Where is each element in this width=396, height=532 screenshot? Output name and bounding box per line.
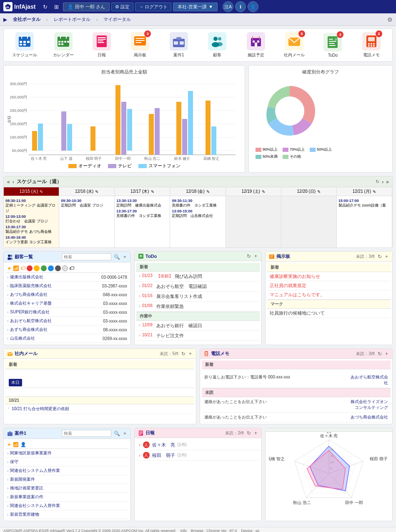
cases-filter-wifi[interactable]: 📶 (13, 442, 19, 447)
icon-case[interactable]: 案件1 (162, 32, 195, 58)
list-item[interactable]: 正社員の就業規定 (267, 281, 391, 290)
schedule-event: 13:30-17:30製品紹介デモ あづち商会株 (5, 225, 57, 234)
mail-refresh-btn[interactable]: ↻ (180, 351, 186, 357)
list-item[interactable]: ›臨床医薬販売株式会社03-2987-xxxx (5, 282, 129, 290)
settings-btn[interactable]: ⚙ 設定 (111, 3, 133, 11)
filter-green[interactable] (41, 265, 47, 271)
icon-mail[interactable]: 5 社内メール (278, 32, 311, 58)
list-item[interactable]: ›保守 (5, 458, 129, 466)
filter-yellow[interactable] (34, 265, 40, 271)
schedule-prev-btn[interactable]: ‹ (13, 179, 14, 185)
list-item[interactable]: ›新規事業提案の件 (5, 493, 129, 502)
edit-icon-6[interactable]: ✎ (373, 189, 376, 194)
nav-my-portal[interactable]: マイポータル (99, 15, 135, 24)
list-item[interactable]: ›あずち商会株式会社08-xxxx-xxxx (5, 325, 129, 334)
list-item[interactable]: ›あおぞら航空株式会社03-xxxx-xxxx (5, 317, 129, 325)
list-item[interactable]: ›あづち商会株式会社048-xxx-xxxx (5, 290, 129, 299)
list-item[interactable]: ›01/22あおぞら航空 電話確認 (136, 282, 260, 292)
customer-search-input[interactable] (62, 253, 111, 260)
btn-a[interactable]: 注A (223, 1, 233, 12)
nav-settings-icon[interactable]: ⚙ (387, 16, 393, 23)
list-item[interactable]: ›新規営業所建物 (5, 510, 129, 519)
phone-add-btn[interactable]: + (384, 351, 389, 357)
diary-add-btn[interactable]: + (253, 430, 258, 436)
filter-blue[interactable] (48, 265, 54, 271)
icon-todo[interactable]: 4 ToDo (316, 33, 349, 58)
list-item[interactable]: ›株式会社キャリア基盤03-xxxx-xxxx (5, 299, 129, 308)
list-item[interactable]: マニュアルはこちらです。 (267, 290, 391, 300)
list-item[interactable]: ›01/16展示会集客リスト作成 (136, 292, 260, 302)
list-item[interactable]: ›12/09あおぞら銀行 確認日 (136, 321, 260, 331)
icon-diary[interactable]: 日報 (85, 32, 118, 58)
customer-add-btn[interactable]: + (123, 254, 127, 260)
filter-red[interactable] (27, 265, 33, 271)
dept-selector[interactable]: 本社-営業一課 ▼ (173, 3, 218, 11)
list-item[interactable]: › 人 佐々木 亮 (1件) (136, 440, 260, 450)
phone-refresh-btn[interactable]: ↻ (377, 351, 383, 357)
filter-tag-2[interactable]: 🏷 (69, 265, 74, 271)
edit-icon-0[interactable]: ✎ (40, 189, 43, 194)
svg-point-36 (218, 37, 221, 40)
edit-icon-5[interactable]: ✎ (317, 189, 321, 194)
schedule-next-btn[interactable]: › (382, 179, 383, 185)
cases-filter-user[interactable]: 👤 (20, 442, 26, 447)
schedule-refresh-btn[interactable]: ↻ (376, 179, 379, 184)
list-item[interactable]: 連絡があったことをお伝え下さい 株式会社ライズオンコンサルティング (202, 397, 391, 413)
list-item[interactable]: ›山岳株式会社0269-xx-xxxx (5, 334, 129, 343)
icon-customer[interactable]: 顧客 (201, 32, 234, 58)
filter-wifi[interactable]: 📶 (13, 265, 19, 271)
nav-report-portal[interactable]: レポートポータル (50, 15, 95, 24)
phone-badge: 3 (376, 30, 382, 37)
list-item[interactable]: ›関東地区新規事業案件 (5, 449, 129, 458)
edit-icon-4[interactable]: ✎ (262, 189, 265, 194)
nav-bar: ▶ 全社ポータル › レポートポータル › マイポータル ⚙ (0, 13, 396, 26)
filter-tag[interactable]: 🏷 (20, 265, 25, 271)
list-item[interactable]: ›01/08作業依頼緊急 (136, 302, 260, 312)
icon-schedule[interactable]: スケジュール (8, 32, 41, 58)
icon-calendar[interactable]: カレンダー (47, 32, 80, 58)
list-item[interactable]: ›新規開発案件 (5, 475, 129, 484)
mail-add-btn[interactable]: + (188, 351, 193, 357)
logout-btn[interactable]: → ログアウト (135, 3, 171, 11)
edit-icon-1[interactable]: ✎ (95, 189, 98, 194)
grid-btn[interactable]: ⊞ (52, 3, 61, 11)
list-item[interactable]: ›関連会社システム入替作業 (5, 502, 129, 510)
list-item[interactable]: ›01/23【依頼】飛び込み訪問 (136, 272, 260, 282)
customer-search-btn[interactable]: 🔍 (113, 254, 121, 260)
filter-star[interactable]: ★ (7, 265, 12, 271)
list-item[interactable]: ›換地計画変更委託 (5, 484, 129, 493)
nav-company-portal[interactable]: 全社ポータル (9, 15, 45, 24)
todo-add-btn[interactable]: + (253, 253, 258, 259)
list-item[interactable]: ›SUPER銀行株式会社03-xxxx-xxxx (5, 308, 129, 317)
list-item[interactable]: › 10/21 打ち合せ時間変更の依頼 (5, 404, 194, 414)
cases-filter-star[interactable]: ★ (7, 442, 11, 447)
list-item[interactable]: 社員旅行の候補地について (267, 309, 391, 318)
btn-user[interactable]: 👤 (248, 1, 258, 12)
schedule-prev-prev-btn[interactable]: « (7, 179, 10, 185)
icon-bulletin[interactable]: 3 掲示板 (123, 32, 157, 58)
list-item[interactable]: 健康診断実施のお知らせ (267, 272, 391, 281)
icon-phone[interactable]: 3 電話メモ (355, 32, 388, 58)
diary-refresh-btn[interactable]: ↻ (246, 430, 252, 436)
list-item[interactable]: ›関連会社システム入替作業 (5, 466, 129, 475)
list-item[interactable]: ›10/21テレビ注文件 (136, 331, 260, 341)
list-item[interactable]: ›健康出版株式会社03-0006-1478 (5, 273, 129, 282)
filter-dark[interactable] (55, 265, 61, 271)
edit-icon-2[interactable]: ✎ (151, 189, 154, 194)
cases-add-btn[interactable]: + (123, 431, 127, 436)
cases-search-btn[interactable]: 🔍 (113, 431, 121, 436)
todo-refresh-btn[interactable]: ↻ (246, 253, 252, 259)
schedule-next-next-btn[interactable]: » (386, 179, 389, 185)
list-item[interactable]: 連絡があったことをお伝え下さい あづち商会株式会社 (202, 413, 391, 422)
list-item[interactable]: › 人 桜田 萌子 (1件) (136, 450, 260, 461)
cases-search-input[interactable] (62, 430, 111, 437)
list-item[interactable]: 折り返しお電話下さい：電話番号 000-xxx-xxx あおぞら航空株式会社 (202, 373, 391, 388)
icon-facility[interactable]: 施設予定 (239, 32, 273, 58)
btn-info[interactable]: ℹ (235, 1, 246, 12)
bulletin-add-btn[interactable]: + (384, 254, 389, 260)
bulletin-refresh-btn[interactable]: ↻ (377, 254, 383, 260)
filter-light[interactable] (62, 265, 68, 271)
edit-icon-3[interactable]: ✎ (206, 189, 210, 194)
customer-list: ›健康出版株式会社03-0006-1478 ›臨床医薬販売株式会社03-2987… (5, 273, 129, 343)
refresh-btn[interactable]: ↻ (40, 3, 50, 11)
